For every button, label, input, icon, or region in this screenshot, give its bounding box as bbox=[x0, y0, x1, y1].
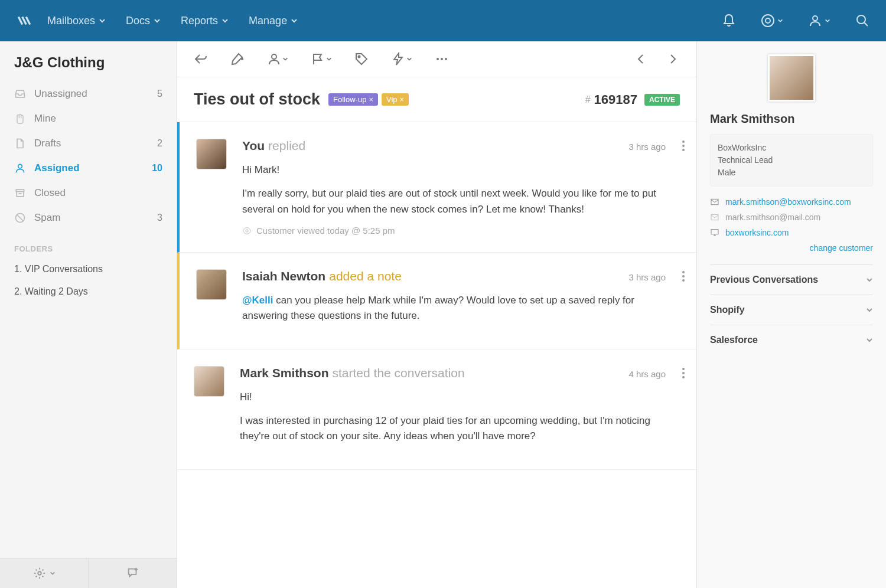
panel-salesforce[interactable]: Salesforce bbox=[710, 325, 873, 355]
chevron-down-icon bbox=[50, 570, 56, 576]
change-customer-link[interactable]: change customer bbox=[710, 243, 873, 253]
chevron-down-icon bbox=[825, 18, 830, 24]
prev-icon[interactable] bbox=[634, 52, 648, 66]
mailbox-title: J&G Clothing bbox=[0, 41, 177, 81]
notifications-icon[interactable] bbox=[722, 14, 736, 28]
ticket-hash: # bbox=[585, 94, 591, 105]
archive-icon bbox=[14, 187, 26, 199]
folder-assigned[interactable]: Assigned10 bbox=[0, 156, 177, 181]
customer-email-primary[interactable]: mark.smithson@boxworksinc.com bbox=[710, 197, 873, 207]
email-icon bbox=[710, 197, 719, 207]
note-icon[interactable] bbox=[230, 52, 245, 66]
subject-row: Ties out of stock Follow-up × Vip × # 16… bbox=[177, 77, 696, 122]
folders-header: FOLDERS bbox=[0, 230, 177, 258]
hand-icon bbox=[14, 113, 26, 125]
message-content: Hi Mark! I'm really sorry, but our plaid… bbox=[242, 162, 666, 217]
tag-followup[interactable]: Follow-up × bbox=[328, 93, 378, 106]
nav-mailboxes[interactable]: Mailboxes bbox=[47, 15, 106, 27]
svg-rect-5 bbox=[16, 190, 24, 191]
workflow-button[interactable] bbox=[391, 52, 412, 66]
custom-folder-vip[interactable]: 1. VIP Conversations bbox=[0, 258, 177, 280]
lightning-icon bbox=[391, 52, 405, 66]
svg-point-0 bbox=[762, 15, 774, 27]
svg-point-4 bbox=[18, 164, 22, 168]
ticket-number: 169187 bbox=[594, 92, 637, 107]
message-author: You bbox=[242, 139, 265, 153]
folder-spam[interactable]: Spam3 bbox=[0, 205, 177, 230]
customer-company: BoxWorksInc bbox=[718, 142, 865, 154]
panel-previous-conversations[interactable]: Previous Conversations bbox=[710, 264, 873, 295]
chevron-down-icon bbox=[866, 276, 873, 283]
chevron-down-icon bbox=[866, 337, 873, 344]
chevron-down-icon bbox=[99, 17, 106, 24]
nav-manage[interactable]: Manage bbox=[249, 15, 298, 27]
mention[interactable]: @Kelli bbox=[242, 295, 273, 306]
svg-point-9 bbox=[359, 56, 360, 58]
message-content: Hi! I was interested in purchasing 12 of… bbox=[240, 390, 666, 445]
remove-tag-icon[interactable]: × bbox=[400, 95, 405, 104]
chevron-down-icon bbox=[777, 18, 783, 24]
more-icon[interactable] bbox=[435, 52, 449, 66]
message-avatar bbox=[196, 269, 227, 300]
panel-shopify[interactable]: Shopify bbox=[710, 295, 873, 325]
search-icon[interactable] bbox=[855, 14, 869, 28]
settings-button[interactable] bbox=[0, 558, 89, 588]
flag-icon bbox=[311, 52, 325, 66]
svg-point-3 bbox=[857, 15, 865, 24]
message-1: Isaiah Newton added a note 3 hrs ago @Ke… bbox=[177, 253, 696, 349]
message-0: You replied 3 hrs ago Hi Mark! I'm reall… bbox=[177, 122, 696, 253]
folder-drafts[interactable]: Drafts2 bbox=[0, 131, 177, 156]
new-chat-icon bbox=[126, 567, 139, 580]
chevron-down-icon bbox=[291, 17, 298, 24]
customer-panel: Mark Smithson BoxWorksInc Technical Lead… bbox=[697, 41, 886, 588]
customer-email-secondary[interactable]: mark.smithson@mail.com bbox=[710, 213, 873, 222]
message-time: 3 hrs ago bbox=[628, 142, 666, 152]
email-icon bbox=[710, 213, 719, 222]
svg-point-12 bbox=[445, 58, 447, 60]
svg-point-13 bbox=[246, 230, 248, 232]
custom-folder-waiting[interactable]: 2. Waiting 2 Days bbox=[0, 280, 177, 303]
conversation-subject: Ties out of stock bbox=[194, 90, 320, 109]
message-menu[interactable] bbox=[682, 269, 685, 283]
folder-mine[interactable]: Mine bbox=[0, 106, 177, 131]
customer-info-card: BoxWorksInc Technical Lead Male bbox=[710, 134, 873, 187]
assign-button[interactable] bbox=[267, 52, 288, 66]
nav-reports[interactable]: Reports bbox=[181, 15, 229, 27]
svg-rect-16 bbox=[711, 230, 718, 234]
next-icon[interactable] bbox=[666, 52, 680, 66]
remove-tag-icon[interactable]: × bbox=[369, 95, 373, 104]
message-menu[interactable] bbox=[682, 139, 685, 153]
message-content: @Kelli can you please help Mark while I'… bbox=[242, 293, 666, 324]
gear-icon bbox=[33, 567, 46, 580]
message-author: Mark Smithson bbox=[240, 366, 329, 380]
conversation-toolbar bbox=[177, 41, 696, 77]
app-logo[interactable] bbox=[17, 13, 32, 28]
svg-point-11 bbox=[441, 58, 443, 60]
help-icon bbox=[761, 14, 775, 28]
block-icon bbox=[14, 212, 26, 224]
customer-website[interactable]: boxworksinc.com bbox=[710, 228, 873, 237]
customer-title: Technical Lead bbox=[718, 154, 865, 166]
inbox-icon bbox=[14, 88, 26, 100]
status-badge: ACTIVE bbox=[644, 94, 680, 106]
svg-point-7 bbox=[38, 571, 41, 575]
folder-closed[interactable]: Closed bbox=[0, 181, 177, 205]
message-2: Mark Smithson started the conversation 4… bbox=[177, 349, 696, 470]
svg-point-8 bbox=[272, 54, 276, 59]
status-button[interactable] bbox=[311, 52, 332, 66]
customer-gender: Male bbox=[718, 166, 865, 179]
user-icon bbox=[808, 14, 822, 28]
svg-rect-14 bbox=[711, 199, 718, 204]
svg-rect-15 bbox=[711, 214, 718, 220]
help-menu[interactable] bbox=[761, 14, 783, 28]
new-conversation-button[interactable] bbox=[89, 558, 177, 588]
folder-unassigned[interactable]: Unassigned5 bbox=[0, 81, 177, 106]
tag-vip[interactable]: Vip × bbox=[382, 93, 409, 106]
monitor-icon bbox=[710, 228, 719, 237]
reply-icon[interactable] bbox=[194, 52, 208, 66]
tag-icon[interactable] bbox=[354, 52, 369, 66]
message-menu[interactable] bbox=[682, 366, 685, 380]
svg-point-10 bbox=[437, 58, 439, 60]
nav-docs[interactable]: Docs bbox=[126, 15, 161, 27]
user-menu[interactable] bbox=[808, 14, 830, 28]
